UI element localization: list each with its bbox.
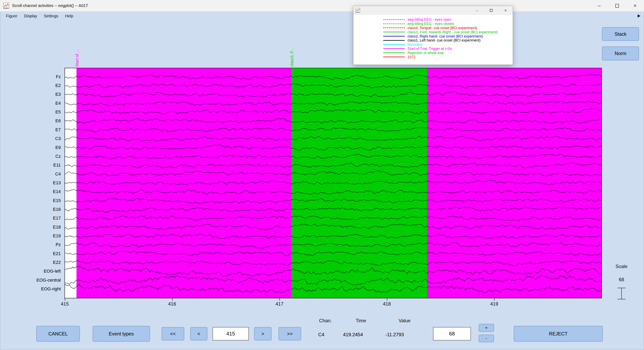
window-title: Scroll channel activities -- eegplot() -… <box>12 4 88 8</box>
eeg-plot-area[interactable] <box>65 68 602 298</box>
channel-label-E14: E14 <box>1 189 61 195</box>
reject-button[interactable]: REJECT <box>514 326 603 342</box>
legend-item-label: class3, Foot, towards Right - cue onset … <box>408 30 498 34</box>
channel-label-E7: E7 <box>1 127 61 133</box>
legend-line-sample <box>383 44 405 45</box>
window-controls: – × <box>590 0 644 11</box>
channel-label-E6: E6 <box>1 118 61 124</box>
channel-label-E18: E18 <box>1 224 61 230</box>
channel-label-C3: C3 <box>1 136 61 142</box>
x-axis-tick <box>65 298 65 301</box>
channel-label-Cz: Cz <box>1 153 61 159</box>
scale-plus-button[interactable]: + <box>479 324 494 332</box>
scale-minus-button[interactable]: - <box>479 335 494 342</box>
menu-overflow-arrow-icon[interactable] <box>638 14 640 18</box>
legend-line-sample <box>383 19 405 20</box>
x-axis-tick-label: 418 <box>378 301 396 307</box>
legend-item-label: Rejection of whole trial <box>408 51 444 55</box>
x-axis-tick <box>172 298 172 301</box>
close-button[interactable]: × <box>626 0 644 11</box>
scale-value: 68 <box>606 277 638 282</box>
event-label-1: class3, F... <box>290 48 294 67</box>
legend-item-label: 1072 <box>408 55 416 59</box>
legend-item-3: class3, Foot, towards Right - cue onset … <box>383 30 513 34</box>
channel-label-E22: E22 <box>1 259 61 265</box>
position-input[interactable] <box>212 327 249 340</box>
channel-label-Pz: Pz <box>1 242 61 248</box>
legend-minimize-button[interactable]: – <box>470 6 484 15</box>
legend-item-7: Start of Trial, Trigger at t=0s <box>383 47 513 51</box>
stack-button[interactable]: Stack <box>602 27 639 41</box>
channel-label-E16: E16 <box>1 206 61 212</box>
minimize-button[interactable]: – <box>590 0 608 11</box>
legend-window-controls: – × <box>470 6 513 15</box>
channel-label-E11: E11 <box>1 162 61 168</box>
channel-label-E2: E2 <box>1 83 61 89</box>
legend-titlebar[interactable]: – × <box>353 6 513 15</box>
time-value: 419.2454 <box>333 332 373 337</box>
channel-label-E15: E15 <box>1 198 61 204</box>
legend-item-5: class1, Left hand- cue onset (BCI experi… <box>383 38 513 43</box>
channel-label-E13: E13 <box>1 180 61 186</box>
step-back-button[interactable]: < <box>190 327 207 340</box>
legend-item-6: boundary <box>383 43 513 47</box>
legend-line-sample <box>383 32 405 32</box>
value-value: -11.2793 <box>375 332 414 337</box>
menu-help[interactable]: Help <box>65 14 73 18</box>
legend-item-1: eeg:Idling EEG - eyes closed <box>383 22 513 26</box>
maximize-icon <box>490 9 492 12</box>
restore-button[interactable] <box>608 0 626 11</box>
x-axis-tick <box>387 298 387 301</box>
matlab-figure-icon <box>355 8 360 13</box>
time-label: Time <box>341 318 381 323</box>
x-axis-tick-label: 419 <box>485 301 503 307</box>
page-back-button[interactable]: << <box>162 327 184 340</box>
channel-label-E4: E4 <box>1 100 61 106</box>
value-label: Value <box>385 318 424 323</box>
chan-label: Chan. <box>306 318 346 323</box>
page-forward-button[interactable]: >> <box>278 327 301 340</box>
scale-input[interactable] <box>433 327 471 340</box>
restore-icon <box>615 4 619 8</box>
x-axis-tick <box>280 298 280 301</box>
legend-item-label: class2, Right hand- cue onset (BCI exper… <box>408 34 483 38</box>
channel-label-E9: E9 <box>1 145 61 150</box>
channel-label-EOG-right: EOG-right <box>1 286 61 292</box>
legend-maximize-button[interactable] <box>484 6 498 15</box>
legend-item-label: eeg:Idling EEG - eyes closed <box>408 22 454 26</box>
legend-line-sample <box>383 28 405 28</box>
channel-label-E19: E19 <box>1 233 61 239</box>
channel-label-Fz: Fz <box>1 74 61 80</box>
legend-item-label: eeg:Idling EEG - eyes open <box>408 18 452 22</box>
legend-line-sample <box>383 36 405 37</box>
legend-item-8: Rejection of whole trial <box>383 51 513 55</box>
event-types-button[interactable]: Event types <box>93 326 150 342</box>
legend-item-label: class1, Left hand- cue onset (BCI experi… <box>408 38 480 42</box>
x-axis-tick-label: 416 <box>163 301 181 307</box>
legend-line-sample <box>383 53 405 53</box>
legend-line-sample <box>383 24 405 24</box>
x-axis-tick-label: 415 <box>56 301 74 307</box>
legend-line-sample <box>383 57 405 57</box>
legend-item-9: 1072 <box>383 55 513 59</box>
legend-item-label: Start of Trial, Trigger at t=0s <box>408 47 452 51</box>
channel-label-column: FzE2E3E4E5E6E7C3E9CzE11C4E13E14E15E16E17… <box>0 0 62 350</box>
legend-item-label: class4, Tongue- cue onset (BCI experimen… <box>408 26 477 30</box>
channel-label-E5: E5 <box>1 109 61 115</box>
legend-line-sample <box>383 48 405 49</box>
eegplot-window: { "window": { "title": "Scroll channel a… <box>0 0 644 350</box>
scale-ibeam-indicator <box>616 287 628 301</box>
legend-item-0: eeg:Idling EEG - eyes open <box>383 18 513 22</box>
step-forward-button[interactable]: > <box>254 327 272 340</box>
legend-item-label: boundary <box>408 43 422 47</box>
legend-item-4: class2, Right hand- cue onset (BCI exper… <box>383 34 513 38</box>
legend-window: – × eeg:Idling EEG - eyes openeeg:Idling… <box>353 6 513 65</box>
norm-button[interactable]: Norm <box>602 47 639 60</box>
window-titlebar[interactable]: Scroll channel activities -- eegplot() -… <box>0 0 644 12</box>
cancel-button[interactable]: CANCEL <box>36 326 80 342</box>
channel-label-E17: E17 <box>1 215 61 221</box>
legend-close-button[interactable]: × <box>498 6 513 15</box>
menubar: Figure Display Settings Help <box>0 12 644 20</box>
legend-item-2: class4, Tongue- cue onset (BCI experimen… <box>383 26 513 30</box>
x-axis-tick <box>494 298 494 301</box>
